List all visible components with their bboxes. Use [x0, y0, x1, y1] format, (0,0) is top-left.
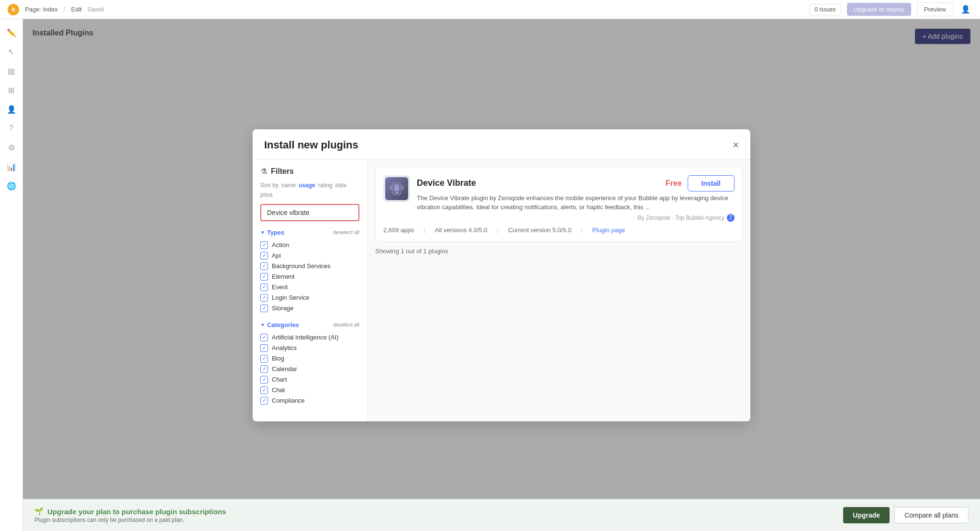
- filter-item-blog[interactable]: ✓ Blog: [260, 353, 359, 364]
- filter-item-storage[interactable]: ✓ Storage: [260, 303, 359, 314]
- filter-item-background-services[interactable]: ✓ Background Services: [260, 261, 359, 271]
- checkbox-calendar[interactable]: ✓: [260, 365, 268, 373]
- sidebar-settings-icon[interactable]: ⚙: [4, 140, 19, 155]
- filter-item-chat[interactable]: ✓ Chat: [260, 385, 359, 395]
- plugin-meta: 2,609 apps | All versions 4.0/5.0 | Curr…: [383, 226, 735, 234]
- all-versions: All versions 4.0/5.0: [435, 226, 488, 234]
- sidebar-question-icon[interactable]: ?: [4, 121, 19, 136]
- upgrade-banner: 🌱 Upgrade your plan to purchase plugin s…: [23, 499, 980, 531]
- checkbox-event[interactable]: ✓: [260, 283, 268, 291]
- preview-button[interactable]: Preview: [917, 2, 953, 16]
- checkbox-blog[interactable]: ✓: [260, 355, 268, 362]
- checkbox-ai[interactable]: ✓: [260, 334, 268, 341]
- sort-date[interactable]: date: [335, 182, 346, 189]
- chevron-down-icon: ▼: [260, 230, 265, 235]
- categories-section-title[interactable]: ▼ Categories: [260, 321, 299, 328]
- plugin-info: Device Vibrate Free Install The Device V…: [417, 175, 735, 222]
- install-plugins-modal: Install new plugins × ⚗ Filters Sort by …: [253, 129, 750, 421]
- results-panel: Device Vibrate Free Install The Device V…: [368, 159, 750, 421]
- svg-line-5: [390, 188, 391, 190]
- sort-rating[interactable]: rating: [318, 182, 333, 189]
- modal-body: ⚗ Filters Sort by name usage rating date…: [253, 159, 750, 421]
- filter-item-event[interactable]: ✓ Event: [260, 282, 359, 293]
- checkbox-background-services[interactable]: ✓: [260, 262, 268, 270]
- sort-name[interactable]: name: [281, 182, 296, 189]
- sidebar-pencil-icon[interactable]: ✏️: [4, 25, 19, 40]
- filter-item-action[interactable]: ✓ Action: [260, 240, 359, 250]
- filter-item-element[interactable]: ✓ Element: [260, 271, 359, 282]
- upgrade-banner-actions: Upgrade Compare all plans: [843, 507, 969, 523]
- plugin-card-header: Device Vibrate Free Install The Device V…: [383, 175, 735, 222]
- plugin-page-link[interactable]: Plugin page: [592, 226, 625, 234]
- sort-usage[interactable]: usage: [299, 182, 315, 189]
- checkbox-element[interactable]: ✓: [260, 273, 268, 281]
- sort-row: Sort by name usage rating date price: [260, 182, 359, 198]
- upgrade-deploy-button[interactable]: Upgrade to deploy: [847, 3, 911, 16]
- plugin-description: The Device Vibrate plugin by Zeroqode en…: [417, 193, 735, 212]
- modal-close-button[interactable]: ×: [733, 140, 739, 150]
- topbar: b Page: index / Edit Saved 0 issues Upgr…: [0, 0, 980, 19]
- upgrade-banner-subtitle: Plugin subscriptions can only be purchas…: [34, 517, 226, 523]
- checkbox-action[interactable]: ✓: [260, 241, 268, 249]
- author-badge: Z: [727, 214, 735, 222]
- search-input[interactable]: [260, 204, 359, 221]
- plugin-title-row: Device Vibrate Free Install: [417, 175, 735, 192]
- upgrade-banner-text: 🌱 Upgrade your plan to purchase plugin s…: [34, 507, 226, 523]
- topbar-user-icon[interactable]: 👤: [959, 3, 972, 16]
- plugin-icon: [383, 175, 410, 202]
- edit-label[interactable]: Edit: [71, 6, 82, 13]
- plugin-card-device-vibrate: Device Vibrate Free Install The Device V…: [375, 167, 743, 242]
- svg-rect-1: [394, 184, 399, 191]
- sidebar-globe-icon[interactable]: 🌐: [4, 178, 19, 193]
- svg-line-6: [402, 188, 403, 190]
- filter-item-analytics[interactable]: ✓ Analytics: [260, 343, 359, 353]
- compare-plans-button[interactable]: Compare all plans: [894, 507, 969, 523]
- checkbox-compliance[interactable]: ✓: [260, 397, 268, 405]
- checkbox-analytics[interactable]: ✓: [260, 344, 268, 352]
- topbar-right: 0 issues Upgrade to deploy Preview 👤: [809, 2, 972, 16]
- chevron-down-icon-categories: ▼: [260, 322, 265, 328]
- sidebar-layers-icon[interactable]: ▤: [4, 63, 19, 79]
- types-filter-section: ▼ Types deselect all ✓ Action ✓ Api: [260, 229, 359, 314]
- upgrade-button[interactable]: Upgrade: [843, 507, 890, 523]
- filter-item-api[interactable]: ✓ Api: [260, 250, 359, 261]
- plugin-author: By Zeroqode · Top Bubble Agency Z: [417, 214, 735, 222]
- filters-heading: ⚗ Filters: [260, 167, 359, 176]
- checkbox-api[interactable]: ✓: [260, 252, 268, 260]
- checkbox-chart[interactable]: ✓: [260, 376, 268, 384]
- filter-item-ai[interactable]: ✓ Artificial Intelligence (AI): [260, 332, 359, 343]
- types-deselect-all[interactable]: deselect all: [333, 229, 359, 235]
- svg-line-4: [401, 186, 402, 188]
- types-section-title[interactable]: ▼ Types: [260, 229, 285, 236]
- sort-price[interactable]: price: [260, 192, 273, 198]
- sidebar-chart-icon[interactable]: 📊: [4, 159, 19, 174]
- categories-filter-section: ▼ Categories deselect all ✓ Artificial I…: [260, 321, 359, 406]
- filter-icon: ⚗: [260, 167, 267, 176]
- page-label: Page: index: [25, 6, 58, 13]
- install-button[interactable]: Install: [688, 175, 735, 192]
- filter-item-compliance[interactable]: ✓ Compliance: [260, 395, 359, 406]
- checkbox-chat[interactable]: ✓: [260, 386, 268, 394]
- upgrade-banner-title: 🌱 Upgrade your plan to purchase plugin s…: [34, 507, 226, 516]
- plugin-icon-inner: [385, 177, 408, 200]
- filter-item-calendar[interactable]: ✓ Calendar: [260, 364, 359, 374]
- checkbox-storage[interactable]: ✓: [260, 305, 268, 312]
- modal-header: Install new plugins ×: [253, 129, 750, 159]
- saved-label: Saved: [88, 6, 104, 13]
- categories-section-header: ▼ Categories deselect all: [260, 321, 359, 328]
- plugin-price: Free: [666, 179, 682, 188]
- issues-button[interactable]: 0 issues: [809, 4, 841, 15]
- divider: /: [64, 6, 66, 13]
- modal-title: Install new plugins: [264, 139, 358, 151]
- filter-item-login-service[interactable]: ✓ Login Service: [260, 293, 359, 303]
- categories-deselect-all[interactable]: deselect all: [333, 322, 359, 328]
- left-sidebar: ✏️ ↖ ▤ ⊞ 👤 ? ⚙ 📊 🌐: [0, 19, 23, 531]
- current-version: Current version 5.0/5.0: [508, 226, 571, 234]
- svg-line-3: [391, 186, 392, 188]
- sidebar-pointer-icon[interactable]: ↖: [4, 44, 19, 59]
- filter-item-chart[interactable]: ✓ Chart: [260, 374, 359, 385]
- checkbox-login-service[interactable]: ✓: [260, 294, 268, 302]
- app-logo: b: [8, 4, 19, 15]
- sidebar-database-icon[interactable]: ⊞: [4, 82, 19, 98]
- sidebar-user-icon[interactable]: 👤: [4, 102, 19, 117]
